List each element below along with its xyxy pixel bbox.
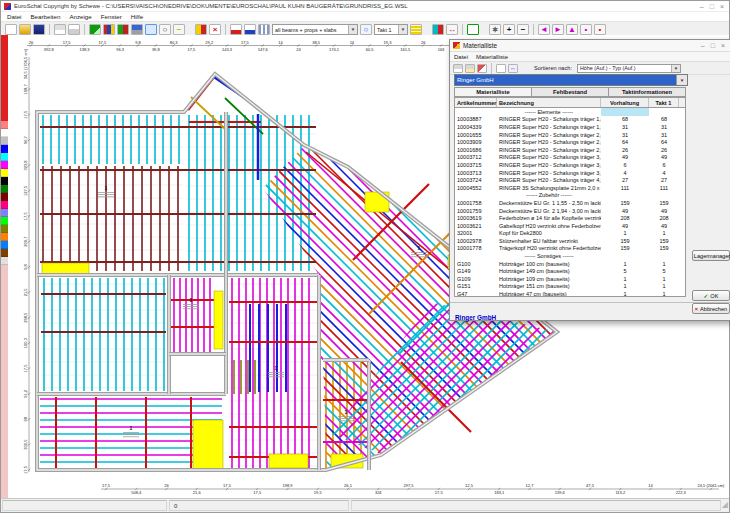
palette-red-swatch[interactable]	[1, 35, 8, 121]
chevron-down-icon[interactable]: ▼	[676, 75, 687, 85]
takt-dropdown[interactable]: Takt 1▼	[374, 24, 408, 35]
close-button[interactable]: ×	[720, 3, 724, 10]
dialog-maximize-button[interactable]: □	[711, 42, 715, 49]
table-row[interactable]: 10003712RINGER Super H20 - Schalungs trä…	[455, 154, 685, 162]
palette-swatch[interactable]	[1, 121, 8, 129]
slab-tool-icon[interactable]	[117, 24, 129, 35]
sort-dropdown[interactable]: Höhe (Auf.) - Typ (Auf.) ▼	[577, 64, 681, 73]
table-row[interactable]: G151Holzträger 151 cm (bauseits)11	[455, 283, 685, 291]
dialog-minimize-button[interactable]: –	[701, 42, 705, 49]
props-tool-icon[interactable]	[131, 24, 143, 35]
dialog-menu-materialliste[interactable]: Materialliste	[476, 54, 508, 60]
grid-colors-icon[interactable]	[432, 24, 444, 35]
palette-swatch[interactable]	[1, 185, 8, 193]
table-row[interactable]: 10003621Gabelkopf H20 verzinkt ohne Fede…	[455, 222, 685, 230]
palette-swatch[interactable]	[1, 249, 8, 257]
table-row[interactable]: G47Holzträger 47 cm (bauseits)11	[455, 290, 685, 297]
refresh-icon[interactable]: ○	[360, 24, 372, 35]
table-row[interactable]: 10001758Deckenstütze EU Gr. 1 1,55 - 2,5…	[455, 199, 685, 207]
material-table[interactable]: Artikelnummer Bezeichnung Vorhaltung Tak…	[454, 97, 686, 297]
print-preview-icon[interactable]	[465, 64, 475, 73]
dialog-menu-datei[interactable]: Datei	[454, 54, 468, 60]
table-row[interactable]: 10003909RINGER Super H20 - Schalungs trä…	[455, 138, 685, 146]
menu-anzeige[interactable]: Anzeige	[69, 13, 91, 20]
palette-swatch[interactable]	[1, 217, 8, 225]
table-row[interactable]: 10001759Deckenstütze EU Gr. 2 1,94 - 3,0…	[455, 207, 685, 215]
chevron-down-icon[interactable]: ▼	[671, 65, 680, 72]
measure-icon[interactable]: −	[173, 24, 185, 35]
tab-fehlbestand[interactable]: Fehlbestand	[532, 87, 609, 97]
center-view-icon[interactable]: ∗	[489, 24, 501, 35]
col-takt1[interactable]: Takt 1	[649, 98, 679, 107]
table-row[interactable]: 10001778Trägerkopf H20 verzinkt ohne Fed…	[455, 245, 685, 253]
columns-icon[interactable]	[258, 24, 270, 35]
palette-swatch[interactable]	[1, 241, 8, 249]
table-row[interactable]: 10004552RINGER 3S Schalungsplatte 21mm 2…	[455, 184, 685, 192]
lagermanager-button[interactable]: Lagermanager	[692, 250, 730, 261]
palette-swatch[interactable]	[1, 233, 8, 241]
palette-swatch[interactable]	[1, 145, 8, 153]
delete-list-icon[interactable]: ×	[209, 24, 221, 35]
print-preview-icon[interactable]	[68, 24, 80, 35]
color-palette[interactable]	[1, 35, 8, 499]
report-icon[interactable]	[496, 64, 506, 73]
dialog-close-button[interactable]: ×	[721, 42, 725, 49]
resize-grip[interactable]: ◢	[722, 499, 729, 512]
view-mode-icon[interactable]	[145, 24, 157, 35]
zoom-out-icon[interactable]: −	[517, 24, 529, 35]
zoom-tool-icon[interactable]: ○	[159, 24, 171, 35]
table-row[interactable]: ------ Sonstiges ------	[455, 252, 685, 260]
table-row[interactable]: 10002978Stützenhalter EU faltbar verzink…	[455, 237, 685, 245]
ok-button[interactable]: ✓ OK	[692, 290, 730, 301]
maximize-button[interactable]: □	[710, 3, 714, 10]
options-icon[interactable]: ↔	[508, 64, 518, 73]
company-combobox[interactable]: Ringer GmbH ▼	[454, 74, 688, 86]
col-artikelnummer[interactable]: Artikelnummer	[455, 98, 497, 107]
table-row[interactable]: 10001655RINGER Super H20 - Schalungs trä…	[455, 131, 685, 139]
palette-swatch[interactable]	[1, 193, 8, 201]
palette-swatch[interactable]	[1, 153, 8, 161]
table-row[interactable]: 10003715RINGER Super H20 - Schalungs trä…	[455, 161, 685, 169]
print-icon[interactable]	[453, 64, 463, 73]
palette-swatch[interactable]	[1, 177, 8, 185]
window-frame-icon[interactable]	[467, 24, 479, 35]
table-row[interactable]: 10004339RINGER Super H20 - Schalungs trä…	[455, 123, 685, 131]
pan-down-icon[interactable]: •	[580, 24, 592, 35]
table-row[interactable]: ------ Zubehör ------	[455, 192, 685, 200]
formwork-tool-icon[interactable]	[103, 24, 115, 35]
table-row[interactable]: 10001686RINGER Super H20 - Schalungs trä…	[455, 146, 685, 154]
palette-swatch[interactable]	[1, 137, 8, 145]
table-row[interactable]: G109Holzträger 109 cm (bauseits)11	[455, 275, 685, 283]
save-icon[interactable]	[33, 24, 45, 35]
menu-hilfe[interactable]: Hilfe	[131, 13, 143, 20]
walls-tool-icon[interactable]	[89, 24, 101, 35]
menu-datei[interactable]: Datei	[7, 13, 21, 20]
table-row[interactable]: ------ Elemente ------	[455, 108, 685, 116]
table-row[interactable]: 32001Kopf für Dek280011	[455, 230, 685, 238]
palette-swatch[interactable]	[1, 201, 8, 209]
pan-left-icon[interactable]: ◄	[538, 24, 550, 35]
menu-fenster[interactable]: Fenster	[101, 13, 122, 20]
palette-swatch[interactable]	[1, 161, 8, 169]
print-icon[interactable]	[54, 24, 66, 35]
export-icon[interactable]	[477, 64, 487, 73]
palette-swatch[interactable]	[1, 129, 8, 137]
table-body[interactable]: ------ Elemente ------10003887RINGER Sup…	[455, 108, 685, 297]
palette-swatch[interactable]	[1, 169, 8, 177]
palette-swatch[interactable]	[1, 257, 8, 265]
pan-up-icon[interactable]: ▲	[566, 24, 578, 35]
view-filter-dropdown[interactable]: all beams + props + slabs▼	[272, 24, 358, 35]
dialog-title-bar[interactable]: Materialliste – □ ×	[450, 40, 730, 52]
layers-icon[interactable]	[410, 24, 422, 35]
palette-swatch[interactable]	[1, 225, 8, 233]
pan-right-icon[interactable]: ►	[552, 24, 564, 35]
col-vorhaltung[interactable]: Vorhaltung	[601, 98, 649, 107]
table-row[interactable]: 10003713RINGER Super H20 - Schalungs trä…	[455, 169, 685, 177]
open-file-icon[interactable]	[19, 24, 31, 35]
tab-taktinformationen[interactable]: Taktinformationen	[609, 87, 686, 97]
tab-materialliste[interactable]: Materialliste	[454, 87, 532, 97]
table-row[interactable]: 10003887RINGER Super H20 - Schalungs trä…	[455, 116, 685, 124]
new-file-icon[interactable]	[5, 24, 17, 35]
table-row[interactable]: G100Holzträger 100 cm (bauseits)11	[455, 260, 685, 268]
col-bezeichnung[interactable]: Bezeichnung	[497, 98, 601, 107]
